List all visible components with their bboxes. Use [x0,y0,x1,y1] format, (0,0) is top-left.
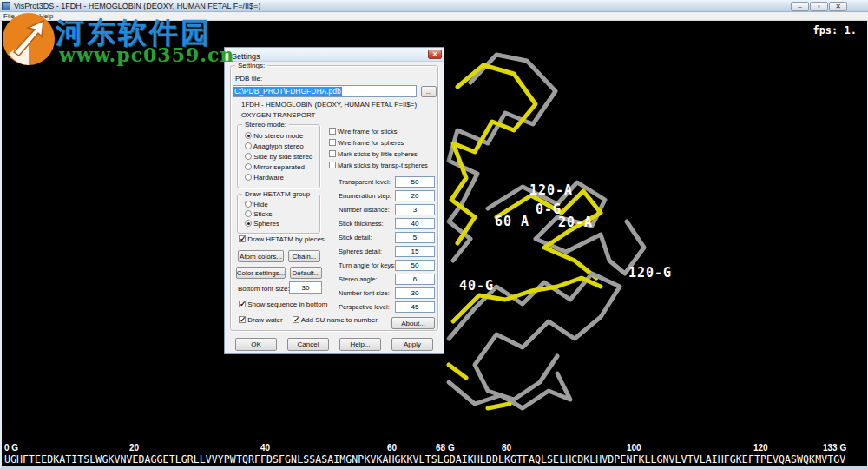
checkbox-icon [329,162,336,168]
ruler-mark: 120 [753,443,768,452]
browse-button[interactable]: ... [421,86,437,97]
app-icon [2,2,10,10]
about-button[interactable]: About... [391,317,435,329]
dialog-title-bar[interactable]: Settings [227,50,444,62]
checkbox-mark-sticks-transp-spheres[interactable]: Mark sticks by transp-t spheres [329,162,428,171]
radio-side-by-side-stereo[interactable]: Side by side stereo [245,153,312,162]
radio-no-stereo-mode[interactable]: No stereo mode [245,132,303,142]
molecule-subtitle-line: OXYGEN TRANSPORT [241,111,316,119]
app-window: VisProt3DS - 1FDH - HEMOGLOBIN (DEOXY, H… [0,0,868,469]
ruler-mark: 20 [129,443,139,452]
stick-detail-input[interactable] [395,232,435,243]
field-label: Number font size: [339,289,390,297]
radio-icon [245,142,252,149]
number-distance-input[interactable] [395,204,435,215]
residue-label-60a: 60 A [495,214,529,229]
checkbox-draw-water[interactable]: Draw water [239,316,283,326]
dialog-close-button[interactable]: ✕ [428,50,442,59]
checkbox-icon [293,316,299,323]
field-label: Transparent level: [339,178,391,186]
radio-icon [245,163,252,170]
menu-bar: File Help [0,12,868,21]
menu-help[interactable]: Help [39,12,53,20]
menu-file[interactable]: File [3,12,15,20]
molecule-title-line: 1FDH - HEMOGLOBIN (DEOXY, HUMAN FETAL F=… [241,101,417,109]
radio-icon [245,132,252,139]
ok-button[interactable]: OK [235,338,277,351]
checkbox-add-su-name[interactable]: Add SU name to number [293,316,378,326]
settings-group-label: Settings: [235,62,267,69]
ruler-mark: 0 G [4,443,18,452]
fps-counter: fps: 1. [812,24,857,36]
radio-anaglyph-stereo[interactable]: Anaglyph stereo [245,142,304,152]
number-font-size-input[interactable] [395,287,435,299]
stick-thickness-input[interactable] [395,218,435,229]
residue-label-120g: 120-G [628,265,672,281]
ruler-mark: 60 [387,443,397,452]
field-label: Turn angle for keys: [339,261,396,269]
maximize-button[interactable]: ▫ [810,2,828,11]
ruler-mark: 68 G [436,443,455,452]
ruler-mark: 133 G [823,443,846,452]
apply-button[interactable]: Apply [391,338,433,351]
help-button[interactable]: Help... [339,338,381,351]
radio-icon [245,153,252,160]
minimize-button[interactable]: – [791,2,809,11]
checkbox-icon [329,139,336,146]
checkbox-wire-frame-sticks[interactable]: Wire frame for sticks [329,128,397,137]
residue-label-20a: 20-A [558,215,593,230]
settings-dialog: Settings ✕ Settings: PDB file: C:\PDB_PR… [224,47,444,354]
close-button[interactable]: ✕ [829,2,847,11]
cancel-button[interactable]: Cancel [287,338,329,351]
ruler-mark: 100 [627,443,641,452]
window-title: VisProt3DS - 1FDH - HEMOGLOBIN (DEOXY, H… [14,2,260,10]
title-bar: VisProt3DS - 1FDH - HEMOGLOBIN (DEOXY, H… [0,0,868,12]
checkbox-icon [239,316,246,323]
transparent-level-input[interactable] [395,176,435,188]
residue-label-120a: 120-A [529,182,573,198]
field-label: Stick detail: [339,234,372,241]
stereo-mode-label: Stereo mode: [242,121,289,129]
field-label: Enumeration step: [339,192,391,200]
residue-label-40g: 40-G [459,278,494,294]
ruler-mark: 40 [260,443,270,452]
field-label: Stereo angle: [339,275,378,283]
perspective-level-input[interactable] [395,301,435,313]
dialog-title: Settings [232,52,260,61]
pdb-file-value: C:\PDB_PROT\FDHGFDHA.pdb [233,87,342,96]
residue-sequence: UGHFTEEDKATITSLWGKVNVEDAGGETLGRLLVVYPWTQ… [4,453,845,466]
checkbox-wire-frame-spheres[interactable]: Wire frame for spheres [329,139,404,149]
enumeration-step-input[interactable] [395,190,435,201]
field-label: Stick thickness: [339,220,384,228]
field-label: Perspective level: [339,303,390,311]
pdb-file-input[interactable]: C:\PDB_PROT\FDHGFDHA.pdb [233,85,417,97]
field-label: Number distance: [339,206,390,214]
checkbox-icon [329,128,336,135]
radio-mirror-separated[interactable]: Mirror separated [245,163,305,173]
ruler-mark: 80 [502,443,511,452]
sequence-bar: 0 G 20 40 60 68 G 80 100 120 133 G UGHFT… [0,443,868,469]
window-controls: – ▫ ✕ [791,2,847,11]
field-label: Spheres detail: [339,248,382,255]
checkbox-mark-sticks-little-spheres[interactable]: Mark sticks by little spheres [329,150,418,160]
turn-angle-input[interactable] [395,260,435,271]
checkbox-icon [329,150,336,157]
spheres-detail-input[interactable] [395,246,435,257]
stereo-angle-input[interactable] [395,274,435,285]
pdb-file-label: PDB file: [235,75,262,83]
